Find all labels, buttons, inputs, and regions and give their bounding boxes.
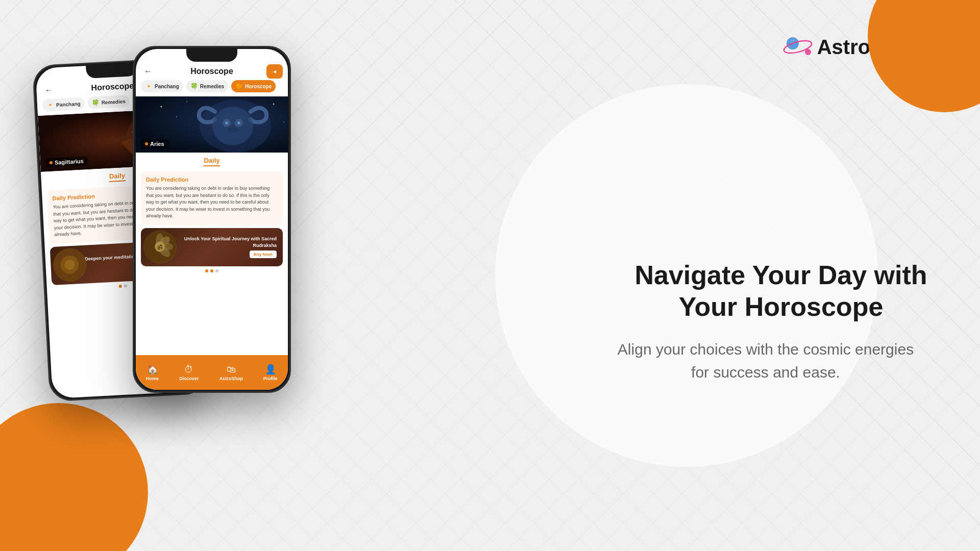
tagline-main: Navigate Your Day with Your Horoscope — [612, 259, 949, 323]
tab-horoscope-front[interactable]: 🔶 Horoscope — [231, 80, 276, 92]
phone-front: ← Horoscope ◀ 🔸 Panchang 🍀 Remedies 🔶 — [133, 46, 291, 393]
banner-dots-front — [136, 269, 288, 272]
banner-text-front: Unlock Your Spiritual Journey with Sacre… — [179, 236, 277, 248]
tab-panchang-label: Panchang — [56, 101, 81, 107]
tab-panchang-back[interactable]: 🔸 Panchang — [42, 97, 85, 111]
right-content: Navigate Your Day with Your Horoscope Al… — [582, 0, 980, 551]
phone-front-screen: ← Horoscope ◀ 🔸 Panchang 🍀 Remedies 🔶 — [136, 49, 288, 390]
aries-label: Aries — [150, 141, 164, 147]
remedies-icon: 🍀 — [91, 99, 100, 107]
nav-discover[interactable]: ⏱ Discover — [179, 364, 199, 381]
sagittarius-label: Sagittarius — [55, 158, 84, 166]
aries-bg: Aries — [136, 96, 288, 153]
tab-remedies-front[interactable]: 🍀 Remedies — [186, 80, 228, 92]
dot-1 — [119, 284, 122, 287]
nav-profile-label: Profile — [263, 376, 278, 381]
back-arrow-icon: ← — [44, 86, 53, 95]
discover-icon: ⏱ — [183, 364, 194, 375]
remedies-front-icon: 🍀 — [190, 83, 198, 90]
tab-remedies-back[interactable]: 🍀 Remedies — [87, 95, 130, 109]
tab-remedies-front-label: Remedies — [200, 84, 224, 89]
panchang-front-icon: 🔸 — [145, 83, 153, 90]
zodiac-front-image: Aries — [136, 96, 288, 153]
phone-back-notch — [86, 62, 137, 79]
svg-point-20 — [273, 104, 275, 105]
svg-point-22 — [186, 101, 187, 102]
nav-home[interactable]: 🏠 Home — [146, 364, 159, 381]
svg-text:ॐ: ॐ — [157, 244, 163, 251]
zodiac-dot-front — [145, 142, 148, 145]
prediction-text-front: You are considering taking on debt in or… — [146, 185, 278, 220]
tab-panchang-front[interactable]: 🔸 Panchang — [141, 80, 183, 92]
svg-point-17 — [228, 127, 238, 133]
svg-point-21 — [283, 121, 284, 122]
prediction-title-front: Daily Prediction — [146, 177, 278, 183]
nav-astroshop[interactable]: 🛍 AstroShop — [219, 364, 243, 381]
banner-btn-front: Buy Now! — [250, 251, 277, 258]
phone-front-title: Horoscope — [190, 67, 233, 76]
phones-container: ← Horoscope Ho 🔸 Panchang 🍀 Remedies — [31, 31, 408, 520]
svg-point-18 — [161, 106, 162, 108]
svg-point-15 — [225, 121, 228, 124]
back-arrow-front-icon: ← — [144, 67, 152, 76]
svg-point-16 — [237, 121, 240, 124]
dot-f1 — [205, 269, 208, 272]
nav-home-label: Home — [146, 376, 159, 381]
prediction-card-front: Daily Prediction You are considering tak… — [141, 171, 283, 225]
nav-profile[interactable]: 👤 Profile — [263, 364, 278, 381]
home-icon: 🏠 — [147, 364, 158, 375]
nav-astroshop-label: AstroShop — [219, 376, 243, 381]
svg-point-19 — [176, 116, 177, 117]
banner-decoration-front: ॐ — [143, 231, 177, 264]
tab-horoscope-front-label: Horoscope — [245, 84, 272, 89]
tagline-sub: Align your choices with the cosmic energ… — [612, 338, 919, 384]
zodiac-sign-front: Aries — [141, 139, 168, 148]
banner-decoration-back — [53, 247, 87, 282]
panchang-icon: 🔸 — [46, 101, 55, 109]
banner-front: ॐ Unlock Your Spiritual Journey with Sac… — [141, 228, 283, 266]
nav-discover-label: Discover — [179, 376, 199, 381]
zodiac-dot-back — [50, 161, 53, 164]
astroshop-icon: 🛍 — [226, 364, 237, 375]
dot-f2 — [210, 269, 213, 272]
orange-nav-btn-front: ◀ — [266, 64, 283, 79]
tab-panchang-front-label: Panchang — [155, 84, 179, 89]
dot-f3 — [215, 269, 218, 272]
tab-remedies-label: Remedies — [101, 98, 126, 105]
phone-front-tabs: 🔸 Panchang 🍀 Remedies 🔶 Horoscope — [136, 80, 288, 96]
phone-back-title: Horoscope — [91, 81, 134, 92]
bottom-nav: 🏠 Home ⏱ Discover 🛍 AstroShop 👤 Profile — [136, 355, 288, 390]
svg-point-12 — [212, 107, 253, 145]
profile-icon: 👤 — [265, 364, 276, 375]
daily-label-back: Daily — [109, 171, 126, 182]
daily-label-front: Daily — [204, 157, 219, 166]
phone-front-notch — [186, 47, 237, 62]
horoscope-front-icon: 🔶 — [235, 83, 243, 90]
dot-2 — [124, 284, 127, 287]
daily-tab-front: Daily — [136, 153, 288, 168]
